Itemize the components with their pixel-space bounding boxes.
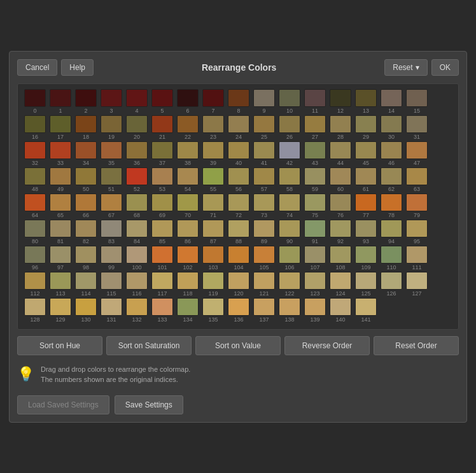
- reset-order-button[interactable]: Reset Order: [374, 336, 459, 355]
- color-swatch[interactable]: [381, 220, 402, 237]
- color-swatch[interactable]: [151, 115, 173, 133]
- color-swatch[interactable]: [24, 194, 46, 211]
- color-swatch[interactable]: [75, 167, 97, 185]
- color-swatch[interactable]: [330, 141, 351, 159]
- color-swatch[interactable]: [202, 167, 224, 185]
- color-swatch[interactable]: [381, 115, 402, 133]
- color-swatch[interactable]: [177, 220, 199, 237]
- cancel-button[interactable]: Cancel: [17, 59, 57, 76]
- load-settings-button[interactable]: Load Saved Settings: [17, 395, 109, 414]
- color-swatch[interactable]: [330, 272, 351, 290]
- color-swatch[interactable]: [228, 115, 249, 133]
- save-settings-button[interactable]: Save Settings: [115, 395, 183, 414]
- color-swatch[interactable]: [202, 298, 224, 316]
- color-swatch[interactable]: [75, 89, 97, 107]
- color-swatch[interactable]: [355, 89, 377, 107]
- color-swatch[interactable]: [355, 272, 377, 290]
- color-swatch[interactable]: [279, 115, 300, 133]
- color-swatch[interactable]: [126, 298, 148, 316]
- color-swatch[interactable]: [24, 167, 46, 185]
- color-swatch[interactable]: [126, 167, 148, 185]
- color-swatch[interactable]: [304, 89, 326, 107]
- color-swatch[interactable]: [381, 246, 402, 264]
- color-swatch[interactable]: [381, 194, 402, 211]
- color-swatch[interactable]: [355, 194, 377, 211]
- color-swatch[interactable]: [330, 246, 351, 264]
- color-swatch[interactable]: [355, 220, 377, 237]
- color-swatch[interactable]: [406, 194, 428, 211]
- color-swatch[interactable]: [381, 141, 402, 159]
- color-swatch[interactable]: [253, 220, 275, 237]
- color-swatch[interactable]: [381, 167, 402, 185]
- color-swatch[interactable]: [151, 246, 173, 264]
- sort-saturation-button[interactable]: Sort on Saturation: [106, 336, 192, 355]
- color-swatch[interactable]: [355, 246, 377, 264]
- color-swatch[interactable]: [304, 272, 326, 290]
- color-swatch[interactable]: [202, 89, 224, 107]
- color-swatch[interactable]: [279, 298, 300, 316]
- color-swatch[interactable]: [24, 141, 46, 159]
- color-swatch[interactable]: [406, 167, 428, 185]
- color-swatch[interactable]: [355, 298, 377, 316]
- color-swatch[interactable]: [279, 89, 300, 107]
- color-swatch[interactable]: [228, 298, 249, 316]
- color-swatch[interactable]: [126, 220, 148, 237]
- color-swatch[interactable]: [24, 246, 46, 264]
- color-swatch[interactable]: [50, 246, 71, 264]
- color-swatch[interactable]: [304, 141, 326, 159]
- color-swatch[interactable]: [101, 194, 122, 211]
- color-swatch[interactable]: [304, 246, 326, 264]
- color-swatch[interactable]: [228, 89, 249, 107]
- sort-value-button[interactable]: Sort on Value: [195, 336, 281, 355]
- color-swatch[interactable]: [50, 220, 71, 237]
- color-swatch[interactable]: [279, 141, 300, 159]
- color-swatch[interactable]: [228, 141, 249, 159]
- color-swatch[interactable]: [101, 246, 122, 264]
- color-swatch[interactable]: [228, 272, 249, 290]
- color-swatch[interactable]: [75, 141, 97, 159]
- color-swatch[interactable]: [24, 115, 46, 133]
- color-swatch[interactable]: [304, 167, 326, 185]
- color-swatch[interactable]: [177, 298, 199, 316]
- color-swatch[interactable]: [50, 194, 71, 211]
- color-swatch[interactable]: [330, 89, 351, 107]
- reset-button[interactable]: Reset ▾: [384, 59, 427, 76]
- color-swatch[interactable]: [75, 298, 97, 316]
- color-swatch[interactable]: [75, 115, 97, 133]
- color-swatch[interactable]: [330, 298, 351, 316]
- color-swatch[interactable]: [101, 272, 122, 290]
- color-swatch[interactable]: [24, 298, 46, 316]
- color-swatch[interactable]: [253, 246, 275, 264]
- color-swatch[interactable]: [304, 194, 326, 211]
- color-swatch[interactable]: [75, 272, 97, 290]
- color-swatch[interactable]: [202, 246, 224, 264]
- color-swatch[interactable]: [151, 89, 173, 107]
- color-swatch[interactable]: [75, 246, 97, 264]
- color-swatch[interactable]: [126, 272, 148, 290]
- color-swatch[interactable]: [228, 246, 249, 264]
- color-swatch[interactable]: [50, 272, 71, 290]
- color-swatch[interactable]: [279, 167, 300, 185]
- color-swatch[interactable]: [126, 246, 148, 264]
- color-swatch[interactable]: [406, 272, 428, 290]
- color-swatch[interactable]: [24, 272, 46, 290]
- color-swatch[interactable]: [177, 194, 199, 211]
- color-swatch[interactable]: [75, 220, 97, 237]
- color-swatch[interactable]: [151, 167, 173, 185]
- color-swatch[interactable]: [151, 272, 173, 290]
- ok-button[interactable]: OK: [431, 59, 459, 76]
- color-swatch[interactable]: [228, 167, 249, 185]
- color-swatch[interactable]: [406, 115, 428, 133]
- color-swatch[interactable]: [202, 272, 224, 290]
- color-swatch[interactable]: [24, 89, 46, 107]
- color-swatch[interactable]: [50, 167, 71, 185]
- color-swatch[interactable]: [126, 141, 148, 159]
- color-swatch[interactable]: [177, 141, 199, 159]
- color-swatch[interactable]: [228, 220, 249, 237]
- color-swatch[interactable]: [50, 141, 71, 159]
- color-swatch[interactable]: [101, 89, 122, 107]
- color-swatch[interactable]: [304, 115, 326, 133]
- help-button[interactable]: Help: [61, 59, 94, 76]
- color-swatch[interactable]: [279, 194, 300, 211]
- color-swatch[interactable]: [177, 167, 199, 185]
